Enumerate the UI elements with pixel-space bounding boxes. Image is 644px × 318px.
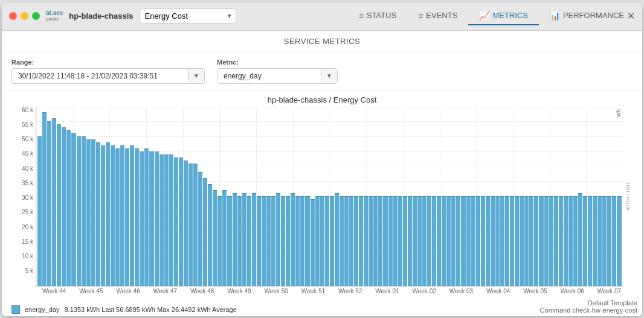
chart-bar: [233, 193, 237, 285]
bars-container: [36, 107, 623, 286]
metric-value: energy_day: [217, 69, 321, 83]
chart-bar: [262, 196, 266, 286]
tab-metrics[interactable]: 📈 METRICS: [468, 7, 539, 25]
close-panel-button[interactable]: ✕: [627, 10, 635, 22]
chart-bar: [344, 196, 349, 286]
x-axis-label: Week 06: [560, 288, 584, 294]
metric-chevron-icon[interactable]: ▼: [321, 69, 337, 82]
chart-bar: [583, 196, 587, 286]
chart-bar: [539, 196, 543, 286]
tab-events[interactable]: ≡ EVENTS: [407, 7, 468, 25]
y-axis-label: 55 k: [22, 121, 33, 128]
chart-bar: [451, 196, 456, 286]
chart-bar: [311, 199, 315, 286]
chart-bar: [388, 196, 393, 286]
chart-bar: [442, 196, 446, 286]
right-label-text: 1001 / 01126: [625, 182, 631, 211]
chart-bar: [101, 145, 105, 286]
x-axis-label: Week 44: [42, 288, 66, 294]
chart-bar: [320, 196, 324, 286]
chart-bar: [369, 196, 373, 286]
chart-bar: [291, 193, 295, 285]
template-info: Default Template Command check-hw-energy…: [540, 299, 637, 314]
chart-bar: [588, 196, 592, 286]
x-axis-label: Week 49: [227, 288, 251, 294]
chart-bar: [149, 151, 153, 286]
x-axis-label: Week 45: [79, 288, 103, 294]
chart-bar: [286, 196, 290, 286]
x-axis-label: Week 48: [190, 288, 214, 294]
chart-bar: [174, 157, 178, 286]
range-chevron-icon[interactable]: ▼: [188, 69, 204, 82]
maximize-window-button[interactable]: [32, 12, 40, 20]
chart-bar: [529, 196, 533, 286]
metric-select[interactable]: Energy Cost: [140, 8, 236, 24]
x-axis-label: Week 03: [449, 288, 473, 294]
chart-bar: [597, 196, 602, 286]
chart-footer: energy_day 8.1353 kWh Last 56.6895 kWh M…: [2, 297, 642, 316]
close-window-button[interactable]: [9, 12, 17, 20]
chart-bar: [227, 196, 231, 286]
y-axis-label: 20 k: [22, 224, 33, 231]
chart-bar: [544, 196, 549, 286]
chart-bar: [325, 196, 329, 286]
chart-bar: [62, 127, 66, 285]
y-axis: 60 k55 k50 k45 k40 k35 k30 k25 k20 k15 k…: [11, 107, 36, 287]
y-axis-label: 40 k: [22, 165, 33, 172]
chart-bar: [398, 196, 402, 286]
chart-bar: [179, 157, 183, 286]
chart-bar: [456, 196, 460, 286]
chart-bar: [96, 142, 100, 286]
chart-title: hp-blade-chassis / Energy Cost: [11, 95, 633, 104]
chart-bar: [198, 172, 202, 285]
chart-bar: [144, 148, 149, 286]
chart-bar: [349, 196, 353, 286]
chart-bar: [578, 193, 582, 285]
window-controls: [9, 12, 40, 20]
chart-bar: [125, 148, 129, 286]
chart-bar: [573, 196, 578, 286]
chart-bar: [549, 196, 553, 286]
chart-bar: [602, 196, 607, 286]
section-title: SERVICE METRICS: [2, 31, 642, 52]
chart-bar: [427, 196, 431, 286]
chart-bar: [354, 196, 358, 286]
chart-bar: [564, 196, 568, 286]
logo-line2: packs: [46, 16, 63, 22]
chart-bar: [305, 196, 309, 286]
app-window: at.sec packs hp-blade-chassis Energy Cos…: [2, 2, 642, 316]
chart-bar: [52, 118, 56, 285]
content-area: SERVICE METRICS Range: 30/10/2022 11:48:…: [2, 31, 642, 316]
chart-bar: [184, 161, 188, 286]
x-axis-label: Week 02: [412, 288, 436, 294]
chart-bar: [559, 196, 563, 286]
metric-dropdown-wrapper: Energy Cost ▼: [140, 8, 236, 24]
x-axis: Week 44Week 45Week 46Week 47Week 48Week …: [11, 288, 633, 294]
tab-performance[interactable]: 📊 PERFORMANCE: [539, 7, 635, 25]
chart-bar: [169, 154, 173, 286]
logo-line1: at.sec: [46, 10, 63, 16]
x-axis-label: Week 47: [153, 288, 177, 294]
x-axis-label: Week 07: [597, 288, 621, 294]
chart-bar: [315, 196, 320, 286]
chart-bar: [111, 145, 115, 286]
metric-select-wrapper[interactable]: energy_day ▼: [217, 68, 338, 84]
chart-bar: [466, 196, 471, 286]
chart-bar: [461, 196, 465, 286]
y-axis-label: 35 k: [22, 180, 33, 186]
chart-bar: [373, 196, 378, 286]
chart-bar: [71, 133, 76, 285]
chart-bar: [486, 196, 490, 286]
chart-bar: [135, 148, 139, 286]
chart-bar: [403, 196, 407, 286]
range-label: Range:: [11, 59, 205, 66]
chart-bar: [593, 196, 597, 286]
y-axis-label: 5 k: [25, 267, 33, 274]
minimize-window-button[interactable]: [21, 12, 28, 20]
chart-bar: [335, 193, 339, 285]
tab-status[interactable]: ≡ STATUS: [348, 7, 408, 25]
chart-bar: [515, 196, 519, 286]
chart-bar: [42, 112, 47, 285]
y-axis-label: 15 k: [22, 238, 33, 245]
range-dropdown[interactable]: 30/10/2022 11:48:18 - 21/02/2023 03:39:5…: [11, 68, 205, 84]
